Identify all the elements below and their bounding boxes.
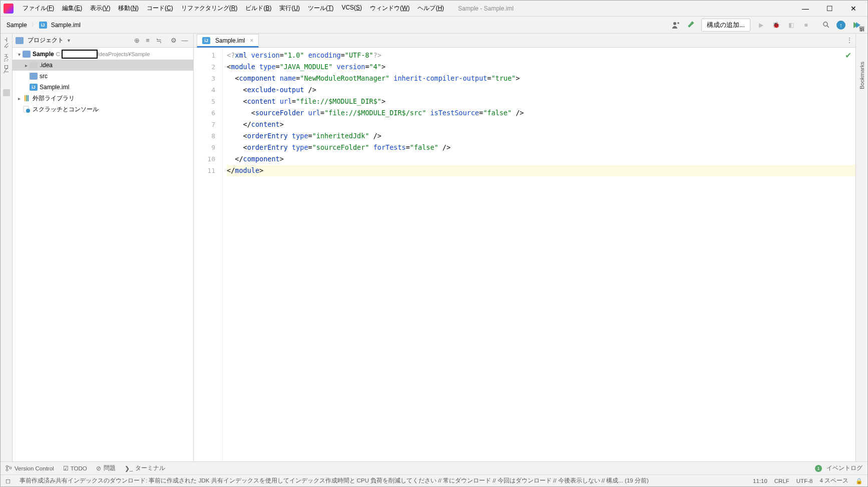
close-tab-icon[interactable]: ×: [250, 37, 253, 44]
status-message[interactable]: 事前作成済み共有インデックスのダウンロード: 事前に作成された JDK 共有イン…: [20, 477, 746, 484]
project-panel-header: プロジェクト ▼ ⊕ ≡ ≒ ⚙ —: [13, 34, 193, 48]
app-logo-icon: [4, 4, 14, 14]
window-title: Sample - Sample.iml: [449, 5, 797, 12]
tree-node-external-libs[interactable]: ▸ 外部ライブラリ: [13, 93, 193, 104]
tree-root-path-suffix: IdeaProjects¥Sample: [98, 51, 150, 57]
structure-tool-button[interactable]: 構造: [858, 34, 865, 40]
chevron-right-icon[interactable]: ▸: [16, 96, 23, 101]
inspection-check-icon[interactable]: ✔: [845, 51, 851, 60]
menuitem-8[interactable]: ツール(T): [304, 3, 337, 14]
module-file-icon: iJ: [39, 22, 47, 29]
chevron-right-icon: 〉: [29, 21, 39, 29]
svg-point-2: [823, 22, 827, 26]
svg-point-0: [673, 22, 676, 25]
run-anything-icon[interactable]: [849, 19, 862, 32]
hide-panel-icon[interactable]: —: [180, 36, 190, 46]
collapse-all-icon[interactable]: ≒: [154, 36, 164, 46]
project-tree[interactable]: ▾ Sample C: IdeaProjects¥Sample ▸ .idea: [13, 48, 193, 461]
terminal-tool-button[interactable]: ❯_ターミナル: [125, 464, 165, 472]
tree-root-path-prefix: C:: [56, 51, 62, 57]
indent-setting[interactable]: 4 スペース: [819, 477, 848, 484]
problems-tool-button[interactable]: ⊘問題: [96, 464, 116, 472]
editor-tab-active[interactable]: iJ Sample.iml ×: [197, 34, 259, 48]
chevron-down-icon[interactable]: ▼: [64, 38, 71, 43]
tabs-more-icon[interactable]: ⋮: [846, 37, 852, 44]
line-separator[interactable]: CRLF: [774, 478, 789, 484]
tree-label: スクラッチとコンソール: [33, 105, 101, 114]
menuitem-4[interactable]: コード(C): [143, 3, 177, 14]
menuitem-3[interactable]: 移動(N): [114, 3, 143, 14]
svg-point-8: [10, 467, 12, 469]
event-log-tool-button[interactable]: 1イベントログ: [815, 464, 862, 472]
tree-label: 外部ライブラリ: [33, 94, 77, 103]
coverage-icon[interactable]: ◧: [784, 19, 797, 32]
project-panel-title[interactable]: プロジェクト: [26, 36, 64, 45]
version-control-tool-button[interactable]: Version Control: [6, 465, 54, 471]
navigation-toolbar: Sample 〉 iJ Sample.iml 構成の追加... ▶ 🐞 ◧ ■ …: [1, 17, 867, 34]
menubar: ファイル(F)編集(E)表示(V)移動(N)コード(C)リファクタリング(R)ビ…: [1, 1, 867, 17]
right-tool-stripe: 構造 Bookmarks: [855, 34, 867, 461]
status-toolwin-icon[interactable]: ◻: [6, 477, 13, 484]
stop-icon[interactable]: ■: [799, 19, 812, 32]
scratches-icon: [23, 106, 31, 113]
lock-icon[interactable]: 🔒: [855, 477, 862, 484]
chevron-right-icon[interactable]: ▸: [23, 63, 30, 68]
module-file-icon: iJ: [202, 37, 210, 44]
tree-root-label: Sample: [33, 51, 56, 58]
build-hammer-icon[interactable]: [684, 19, 697, 32]
breadcrumb-project[interactable]: Sample: [5, 21, 29, 30]
maximize-button[interactable]: ☐: [822, 2, 836, 16]
tree-label: src: [40, 73, 50, 80]
svg-point-7: [6, 469, 8, 471]
search-icon[interactable]: [819, 19, 832, 32]
todo-tool-button[interactable]: ☑TODO: [63, 465, 87, 472]
tree-label: .idea: [40, 62, 55, 69]
run-icon[interactable]: ▶: [754, 19, 767, 32]
expand-all-icon[interactable]: ≡: [143, 36, 153, 46]
add-user-icon[interactable]: [669, 19, 682, 32]
tree-node-src[interactable]: src: [13, 71, 193, 82]
project-folder-icon: [23, 51, 31, 58]
project-tool-button[interactable]: プロジェクト: [3, 37, 10, 81]
select-opened-icon[interactable]: ⊕: [132, 36, 142, 46]
tree-node-iml[interactable]: iJ Sample.iml: [13, 82, 193, 93]
redacted-path: [62, 50, 98, 59]
run-config-button[interactable]: 構成の追加...: [701, 19, 750, 32]
bookmarks-tool-button[interactable]: Bookmarks: [859, 59, 865, 92]
menuitem-2[interactable]: 表示(V): [86, 3, 114, 14]
svg-point-5: [26, 109, 30, 113]
menuitem-10[interactable]: ウィンドウ(W): [366, 3, 413, 14]
chevron-down-icon[interactable]: ▾: [16, 52, 23, 57]
tree-root[interactable]: ▾ Sample C: IdeaProjects¥Sample: [13, 49, 193, 60]
editor-tabs: iJ Sample.iml × ⋮: [194, 34, 855, 48]
svg-point-6: [6, 465, 8, 467]
file-encoding[interactable]: UTF-8: [796, 478, 813, 484]
menuitem-11[interactable]: ヘルプ(H): [413, 3, 448, 14]
menuitem-1[interactable]: 編集(E): [58, 3, 86, 14]
menuitem-9[interactable]: VCS(S): [337, 3, 366, 14]
svg-line-3: [827, 26, 829, 28]
bottom-tool-stripe: Version Control ☑TODO ⊘問題 ❯_ターミナル 1イベントロ…: [1, 461, 867, 474]
tree-node-idea[interactable]: ▸ .idea: [13, 60, 193, 71]
editor-code[interactable]: <?xml version="1.0" encoding="UTF-8"?> <…: [223, 48, 855, 461]
breadcrumb-file[interactable]: Sample.iml: [49, 21, 83, 30]
update-icon[interactable]: ↑: [834, 19, 847, 32]
editor-area: iJ Sample.iml × ⋮ 1234567891011 <?xml ve…: [194, 34, 855, 461]
tree-node-scratches[interactable]: スクラッチとコンソール: [13, 104, 193, 115]
project-tool-window: プロジェクト ▼ ⊕ ≡ ≒ ⚙ — ▾ Sample C: IdeaProje…: [13, 34, 194, 461]
menuitem-5[interactable]: リファクタリング(R): [177, 3, 242, 14]
project-dropdown-icon[interactable]: [16, 37, 24, 44]
editor-gutter[interactable]: 1234567891011: [194, 48, 223, 461]
menuitem-7[interactable]: 実行(U): [275, 3, 304, 14]
caret-position[interactable]: 11:10: [753, 478, 767, 484]
tree-label: Sample.iml: [40, 84, 71, 91]
menuitem-6[interactable]: ビルド(B): [241, 3, 275, 14]
left-tool-stripe: プロジェクト: [1, 34, 13, 461]
gear-icon[interactable]: ⚙: [169, 36, 179, 46]
minimize-button[interactable]: —: [798, 2, 812, 16]
stripe-folder-icon: [3, 89, 10, 96]
folder-icon: [30, 62, 38, 69]
close-button[interactable]: ✕: [846, 2, 860, 16]
debug-icon[interactable]: 🐞: [769, 19, 782, 32]
menuitem-0[interactable]: ファイル(F): [19, 3, 58, 14]
